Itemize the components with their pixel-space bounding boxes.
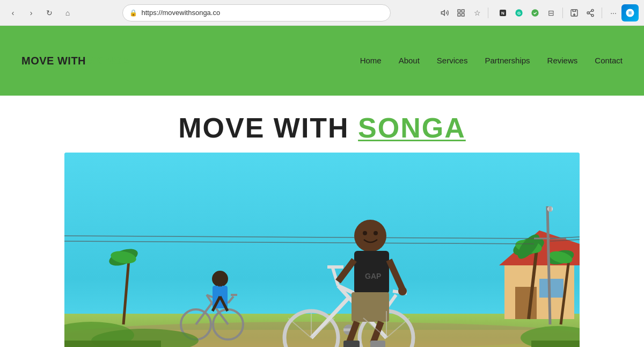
hero-section: MOVE WITH SONGA: [0, 96, 644, 347]
svg-point-72: [398, 287, 407, 295]
svg-text:G: G: [517, 11, 521, 16]
nav-item-contact[interactable]: Contact: [595, 56, 623, 66]
svg-rect-21: [515, 287, 537, 319]
svg-rect-77: [370, 341, 385, 347]
svg-rect-73: [352, 292, 389, 322]
divider: [488, 8, 488, 18]
svg-point-67: [354, 220, 386, 252]
toolbar-right: ☆ N G: [437, 4, 639, 21]
site-navigation: MOVE WITH SONGA Home About Services Part…: [0, 26, 644, 96]
nav-item-reviews[interactable]: Reviews: [547, 56, 578, 66]
svg-text:N: N: [501, 11, 504, 16]
site-logo: MOVE WITH SONGA: [21, 55, 130, 67]
svg-rect-22: [539, 279, 564, 298]
svg-text:GAP: GAP: [365, 272, 381, 280]
nav-item-partnerships[interactable]: Partnerships: [485, 56, 530, 66]
read-aloud-button[interactable]: [437, 5, 452, 20]
divider3: [602, 8, 602, 18]
grammarly-ext-button[interactable]: G: [512, 6, 526, 20]
url-text: https://movewithsonga.co: [142, 9, 384, 17]
browser-nav-group: ‹ › ↻ ⌂: [5, 5, 75, 20]
share-button[interactable]: [583, 6, 597, 20]
hero-title: MOVE WITH SONGA: [178, 112, 466, 144]
browser-chrome: ‹ › ↻ ⌂ 🔒 https://movewithsonga.co: [0, 0, 644, 26]
ext3-button[interactable]: [528, 6, 542, 20]
hero-title-normal: MOVE WITH: [178, 112, 358, 143]
svg-rect-2: [462, 13, 464, 16]
hero-title-accent: SONGA: [358, 112, 466, 143]
svg-rect-76: [343, 341, 360, 347]
home-button[interactable]: ⌂: [60, 5, 75, 20]
refresh-button[interactable]: ↻: [42, 5, 57, 20]
svg-rect-3: [458, 13, 460, 16]
divider2: [562, 8, 563, 18]
lock-icon: 🔒: [129, 9, 137, 17]
logo-songa: SONGA: [89, 55, 130, 67]
svg-rect-40: [548, 206, 552, 212]
nav-item-services[interactable]: Services: [437, 56, 468, 66]
copilot-button[interactable]: [621, 4, 639, 21]
website-content: MOVE WITH SONGA Home About Services Part…: [0, 26, 644, 347]
hero-image: GAP: [64, 153, 580, 347]
nav-item-about[interactable]: About: [399, 56, 420, 66]
address-bar[interactable]: 🔒 https://movewithsonga.co: [122, 4, 391, 21]
split-tab-button[interactable]: ⊟: [544, 6, 558, 20]
svg-point-79: [374, 231, 378, 235]
nav-link-partnerships[interactable]: Partnerships: [485, 56, 530, 65]
svg-point-10: [591, 9, 594, 11]
svg-rect-90: [531, 341, 580, 347]
favorites-button[interactable]: ☆: [470, 5, 485, 20]
save-page-button[interactable]: [567, 6, 581, 20]
svg-point-12: [591, 14, 594, 16]
nav-link-about[interactable]: About: [399, 56, 420, 65]
nav-link-home[interactable]: Home: [360, 56, 382, 65]
notion-ext-button[interactable]: N: [496, 6, 510, 20]
nav-menu: Home About Services Partnerships Reviews…: [360, 56, 623, 66]
nav-link-reviews[interactable]: Reviews: [547, 56, 578, 65]
nav-link-services[interactable]: Services: [437, 56, 468, 65]
extensions-group: N G ⊟: [496, 6, 620, 20]
forward-button[interactable]: ›: [24, 5, 39, 20]
svg-line-13: [589, 13, 592, 15]
svg-point-78: [363, 231, 367, 235]
svg-rect-1: [462, 10, 464, 12]
back-button[interactable]: ‹: [5, 5, 20, 20]
logo-move: MOVE WITH: [21, 55, 89, 67]
nav-link-contact[interactable]: Contact: [595, 56, 623, 65]
more-button[interactable]: ···: [606, 6, 620, 20]
svg-point-11: [587, 12, 589, 14]
svg-rect-0: [458, 10, 460, 12]
immersive-reader-button[interactable]: [453, 5, 469, 20]
svg-rect-88: [64, 341, 161, 347]
address-wrapper: 🔒 https://movewithsonga.co: [79, 4, 433, 21]
browser-toolbar: ‹ › ↻ ⌂ 🔒 https://movewithsonga.co: [0, 0, 644, 26]
svg-point-8: [531, 9, 538, 16]
svg-line-14: [589, 11, 592, 12]
hero-illustration: GAP: [64, 153, 580, 347]
nav-item-home[interactable]: Home: [360, 56, 382, 66]
